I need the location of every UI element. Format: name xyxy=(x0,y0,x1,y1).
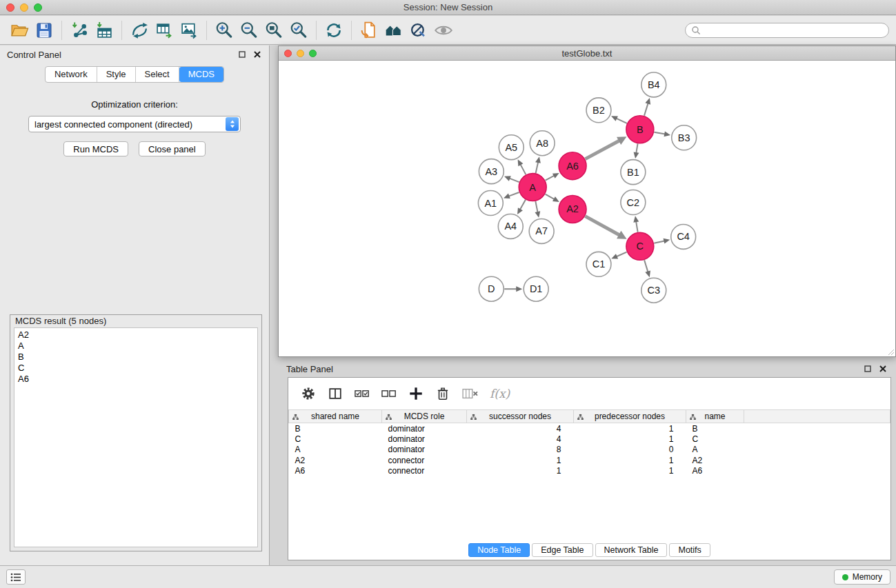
graph-edge-A-A1[interactable] xyxy=(508,192,519,196)
apply-layout-button[interactable] xyxy=(321,19,346,42)
mcds-result-item[interactable]: C xyxy=(18,363,257,374)
zoom-fit-button[interactable] xyxy=(261,19,286,42)
network-from-table-button[interactable] xyxy=(152,19,177,42)
criterion-dropdown[interactable]: largest connected component (directed) xyxy=(28,116,241,132)
network-canvas[interactable]: B4B2BB3A5A8A6B1A3AC2A1A2A4A7CC4C1C3DD1 xyxy=(279,61,895,356)
table-row[interactable]: Bdominator41B xyxy=(289,423,890,434)
function-builder-button[interactable]: f(x) xyxy=(490,385,510,403)
tab-network-table[interactable]: Network Table xyxy=(595,543,668,557)
tab-select[interactable]: Select xyxy=(136,67,179,82)
minimize-window-button[interactable] xyxy=(20,3,28,12)
close-panel-button-cp[interactable]: Close panel xyxy=(139,141,206,156)
mcds-result-item[interactable]: B xyxy=(18,352,257,363)
table-row[interactable]: A2connector11A2 xyxy=(289,455,890,466)
table-row[interactable]: A6connector11A6 xyxy=(289,466,890,477)
save-session-button[interactable] xyxy=(32,19,57,42)
table-cell: 4 xyxy=(467,434,574,445)
mcds-result-item[interactable]: A6 xyxy=(18,374,257,385)
table-cell: 1 xyxy=(467,466,574,477)
zoom-out-button[interactable] xyxy=(237,19,261,42)
validator-icon xyxy=(410,21,428,39)
tab-style[interactable]: Style xyxy=(97,67,136,82)
import-table-from-file-button[interactable] xyxy=(92,19,117,42)
add-row-button[interactable] xyxy=(408,385,424,403)
delete-row-button[interactable] xyxy=(435,385,451,403)
graph-edge-A-A5[interactable] xyxy=(520,164,526,174)
show-columns-button[interactable] xyxy=(327,385,344,403)
open-session-button[interactable] xyxy=(7,19,32,42)
graph-edge-A-A3[interactable] xyxy=(509,179,519,182)
new-network-button[interactable] xyxy=(127,19,152,42)
status-bar: Memory xyxy=(0,565,896,588)
column-header-successor-nodes[interactable]: successor nodes xyxy=(467,410,574,423)
graph-edge-C-C2[interactable] xyxy=(636,221,637,232)
table-cell-filler xyxy=(744,423,890,434)
graph-edge-A-A8[interactable] xyxy=(536,162,538,173)
graph-edge-arrow xyxy=(504,194,510,199)
resize-grip-icon[interactable] xyxy=(886,347,895,356)
tab-motifs[interactable]: Motifs xyxy=(669,543,710,557)
graph-node-label: A3 xyxy=(485,166,497,177)
graph-edge-A-A6[interactable] xyxy=(546,176,555,181)
export-image-button[interactable] xyxy=(177,19,201,42)
run-mcds-button[interactable]: Run MCDS xyxy=(63,141,128,156)
column-header-predecessor-nodes[interactable]: predecessor nodes xyxy=(574,410,686,423)
network-minimize-button[interactable] xyxy=(297,50,304,57)
node-table: shared nameMCDS rolesuccessor nodesprede… xyxy=(288,409,890,476)
mcds-result-item[interactable]: A2 xyxy=(18,330,257,341)
graph-edge-A-A7[interactable] xyxy=(535,201,537,212)
network-close-button[interactable] xyxy=(284,50,292,57)
table-row[interactable]: Adominator80A xyxy=(289,445,890,456)
graph-edge-A-A4[interactable] xyxy=(520,200,526,210)
graph-node-label: D1 xyxy=(530,283,542,294)
graph-edge-C-C3[interactable] xyxy=(644,260,648,272)
home-button[interactable] xyxy=(381,19,406,42)
show-panel-list-button[interactable] xyxy=(6,569,26,585)
select-all-button[interactable] xyxy=(354,385,370,403)
tab-network[interactable]: Network xyxy=(46,67,97,82)
zoom-in-button[interactable] xyxy=(212,19,237,42)
graph-edge-B-B4[interactable] xyxy=(644,103,648,116)
column-header-shared-name[interactable]: shared name xyxy=(289,410,382,423)
table-row[interactable]: Cdominator41C xyxy=(289,434,890,445)
deselect-all-button[interactable] xyxy=(381,385,397,403)
close-window-button[interactable] xyxy=(6,3,14,12)
close-table-panel-button[interactable] xyxy=(877,364,888,374)
tab-mcds[interactable]: MCDS xyxy=(179,67,223,82)
table-cell: 1 xyxy=(574,455,686,466)
graph-edge-B-B2[interactable] xyxy=(616,119,627,123)
network-graph[interactable]: B4B2BB3A5A8A6B1A3AC2A1A2A4A7CC4C1C3DD1 xyxy=(279,61,895,356)
graph-edge-A2-C[interactable] xyxy=(585,216,619,235)
first-neighbors-button[interactable] xyxy=(357,19,381,42)
table-cell: dominator xyxy=(382,434,467,445)
close-panel-button[interactable] xyxy=(252,50,262,60)
memory-button[interactable]: Memory xyxy=(834,569,890,585)
import-network-from-file-button[interactable] xyxy=(67,19,92,42)
float-panel-button[interactable] xyxy=(237,50,247,60)
search-icon xyxy=(691,26,701,35)
column-header-name[interactable]: name xyxy=(686,410,744,423)
float-table-panel-button[interactable] xyxy=(862,364,873,374)
column-header-mcds-role[interactable]: MCDS role xyxy=(382,410,467,423)
control-panel: Control Panel Network xyxy=(0,45,270,565)
maximize-window-button[interactable] xyxy=(34,3,42,12)
graph-edge-C-C1[interactable] xyxy=(617,252,627,257)
tab-node-table[interactable]: Node Table xyxy=(468,543,530,557)
graph-edge-C-C4[interactable] xyxy=(654,241,664,243)
table-settings-button[interactable] xyxy=(300,385,317,403)
column-sort-icon xyxy=(577,414,584,420)
save-floppy-icon xyxy=(35,21,53,39)
validate-button[interactable] xyxy=(406,19,431,42)
zoom-selected-button[interactable] xyxy=(286,19,311,42)
network-maximize-button[interactable] xyxy=(309,50,317,57)
graph-edge-B-B1[interactable] xyxy=(636,143,637,153)
graph-edge-A6-B[interactable] xyxy=(586,141,619,159)
graph-edge-A-A2[interactable] xyxy=(546,194,555,199)
tab-edge-table[interactable]: Edge Table xyxy=(532,543,593,557)
search-field[interactable] xyxy=(685,23,889,38)
show-hide-button[interactable] xyxy=(431,19,456,42)
mcds-result-item[interactable]: A xyxy=(18,341,257,352)
search-input[interactable] xyxy=(704,25,883,35)
graph-edge-B-B3[interactable] xyxy=(654,132,665,134)
delete-column-button[interactable] xyxy=(461,385,479,403)
